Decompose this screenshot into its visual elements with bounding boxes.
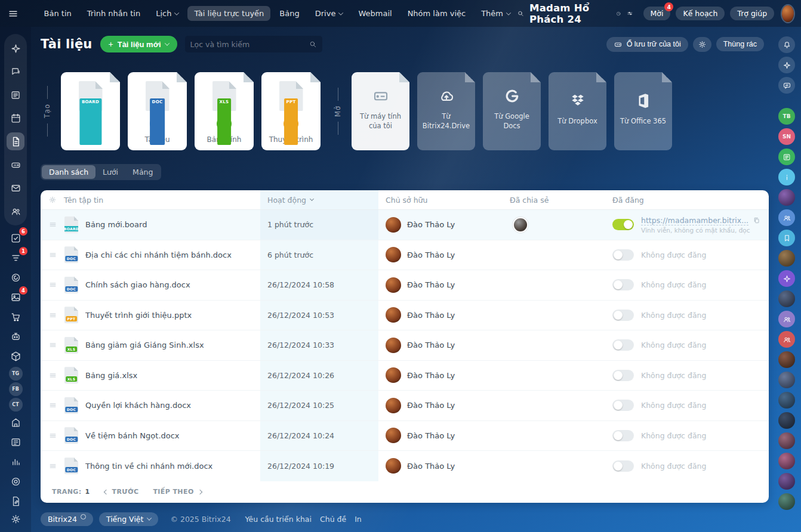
publish-toggle[interactable] xyxy=(612,400,634,411)
right-rail-chat[interactable] xyxy=(778,77,795,94)
table-row[interactable]: DOCChính sách giao hàng.docx26/12/2024 1… xyxy=(41,270,769,301)
create-card-xls[interactable]: XLS+Bảng tính xyxy=(195,72,254,150)
right-rail-bookmark[interactable] xyxy=(778,230,795,246)
sidebar-item-tasks[interactable]: 6 xyxy=(7,229,24,247)
create-card-board[interactable]: BOARD+Bảng xyxy=(61,72,120,150)
create-card-ppt[interactable]: PPT+Thuyết trình xyxy=(261,72,321,150)
filter-search-box[interactable] xyxy=(185,36,322,52)
table-row[interactable]: DOCĐịa chỉ các chi nhánh tiệm bánh.docx6… xyxy=(41,240,769,271)
nav-item-drive[interactable]: Drive xyxy=(309,6,350,21)
my-drive-button[interactable]: Ổ lưu trữ của tôi xyxy=(606,37,688,52)
right-rail-avatar[interactable] xyxy=(778,351,795,368)
publish-toggle[interactable] xyxy=(612,460,634,472)
view-tab-lưới[interactable]: Lưới xyxy=(95,165,125,179)
publish-toggle[interactable] xyxy=(612,370,634,381)
sidebar-item-copilot[interactable] xyxy=(7,39,24,57)
sidebar-item-sites[interactable]: 4 xyxy=(7,288,24,306)
nav-item-lịch[interactable]: Lịch xyxy=(149,6,185,21)
sidebar-item-ct[interactable]: CT xyxy=(9,398,23,412)
file-name[interactable]: Về tiệm bánh Ngọt.docx xyxy=(85,431,180,440)
sidebar-item-bot[interactable] xyxy=(7,327,24,345)
table-row[interactable]: DOCQuyền lợi khách hàng.docx26/12/2024 1… xyxy=(41,391,769,421)
open-card-google[interactable]: Từ Google Docs xyxy=(483,72,541,150)
table-settings-icon[interactable] xyxy=(48,196,57,204)
publish-toggle[interactable] xyxy=(612,249,634,261)
bitrix24-brand-button[interactable]: Bitrix24 xyxy=(41,512,93,526)
table-row[interactable]: XLSBảng giảm giá Giáng Sinh.xlsx26/12/20… xyxy=(41,330,769,361)
sidebar-item-planner[interactable] xyxy=(7,433,24,451)
right-rail-avatar[interactable] xyxy=(778,432,795,449)
nav-item-webmail[interactable]: Webmail xyxy=(352,6,398,21)
publish-toggle[interactable] xyxy=(612,279,634,290)
menu-toggle-icon[interactable] xyxy=(0,8,27,19)
sidebar-item-feed[interactable] xyxy=(7,86,24,104)
sidebar-item-documents[interactable] xyxy=(7,132,24,150)
sidebar-item-tg[interactable]: TG xyxy=(9,367,23,381)
new-document-button[interactable]: + Tài liệu mới xyxy=(100,36,177,52)
sidebar-item-settings[interactable] xyxy=(7,510,24,528)
search-icon[interactable] xyxy=(517,8,524,18)
owner-avatar[interactable] xyxy=(386,458,401,474)
copy-icon[interactable] xyxy=(753,216,760,224)
sidebar-item-messenger[interactable] xyxy=(7,63,24,81)
owner-avatar[interactable] xyxy=(386,247,401,262)
right-rail-bell[interactable] xyxy=(778,36,795,53)
sidebar-item-drive[interactable] xyxy=(7,156,24,174)
trash-button[interactable]: Thùng rác xyxy=(716,37,764,51)
column-header-activity[interactable]: Hoạt động xyxy=(260,190,378,209)
sidebar-item-fb[interactable]: FB xyxy=(9,382,23,396)
owner-avatar[interactable] xyxy=(386,367,401,383)
open-card-dropbox[interactable]: Từ Dropbox xyxy=(549,72,606,150)
sidebar-item-mail[interactable] xyxy=(7,179,24,197)
nav-item-nhóm-làm-việc[interactable]: Nhóm làm việc xyxy=(401,6,473,21)
right-rail-avatar[interactable] xyxy=(778,189,795,206)
owner-avatar[interactable] xyxy=(386,428,401,443)
file-name[interactable]: Thuyết trình giới thiệu.pptx xyxy=(85,311,192,320)
publish-toggle[interactable] xyxy=(612,430,634,441)
sidebar-item-target[interactable] xyxy=(7,472,24,490)
column-header-name[interactable]: Tên tập tin xyxy=(64,196,103,205)
owner-avatar[interactable] xyxy=(386,338,401,353)
footer-link-chủ-đề[interactable]: Chủ đề xyxy=(320,515,346,524)
sidebar-item-calendar[interactable] xyxy=(7,109,24,127)
right-rail-avatar[interactable] xyxy=(778,493,795,510)
column-header-owner[interactable]: Chủ sở hữu xyxy=(378,190,503,209)
public-link[interactable]: https://madamamber.bitrix... xyxy=(641,216,748,225)
prev-page-button[interactable]: TRƯỚC xyxy=(104,488,139,496)
right-rail-avatar[interactable] xyxy=(778,392,795,409)
file-name[interactable]: Quyền lợi khách hàng.docx xyxy=(85,401,191,410)
table-row[interactable]: DOCVề tiệm bánh Ngọt.docx26/12/2024 10:2… xyxy=(41,421,769,451)
footer-link-yêu-cầu-triển-khai[interactable]: Yêu cầu triển khai xyxy=(245,515,312,524)
shared-avatar[interactable] xyxy=(514,218,527,231)
owner-avatar[interactable] xyxy=(386,217,401,233)
right-rail-avatar[interactable] xyxy=(778,290,795,307)
file-name[interactable]: Chính sách giao hàng.docx xyxy=(85,280,190,289)
sidebar-item-analytics[interactable] xyxy=(7,453,24,471)
sliders-icon[interactable] xyxy=(627,9,633,18)
owner-name[interactable]: Đào Thảo Ly xyxy=(407,280,455,289)
nav-item-tài-liệu-trực-tuyến[interactable]: Tài liệu trực tuyến xyxy=(187,6,270,21)
search-input[interactable] xyxy=(190,40,309,49)
next-page-button[interactable]: TIẾP THEO xyxy=(153,488,201,496)
footer-link-in[interactable]: In xyxy=(355,515,362,524)
right-rail-workgroups[interactable] xyxy=(778,331,795,348)
owner-name[interactable]: Đào Thảo Ly xyxy=(407,371,455,380)
sidebar-item-shop[interactable] xyxy=(7,308,24,326)
table-row[interactable]: PPTThuyết trình giới thiệu.pptx26/12/202… xyxy=(41,301,769,331)
topbar-button-mời[interactable]: Mời4 xyxy=(643,7,671,20)
owner-name[interactable]: Đào Thảo Ly xyxy=(407,462,455,471)
sidebar-item-sign[interactable] xyxy=(7,492,24,510)
file-name[interactable]: Bảng mới.board xyxy=(85,220,147,229)
right-rail-avatar[interactable] xyxy=(778,372,795,388)
right-rail-avatar[interactable] xyxy=(778,412,795,429)
right-rail-copilot[interactable] xyxy=(778,270,795,287)
owner-name[interactable]: Đào Thảo Ly xyxy=(407,220,455,229)
column-header-shared[interactable]: Đã chia sẻ xyxy=(503,190,605,209)
view-tab-mảng[interactable]: Mảng xyxy=(125,165,160,179)
nav-item-trình-nhắn-tin[interactable]: Trình nhắn tin xyxy=(81,6,147,21)
file-name[interactable]: Bảng giảm giá Giáng Sinh.xlsx xyxy=(85,341,204,349)
create-card-doc[interactable]: DOC+Tài liệu xyxy=(128,72,187,150)
sidebar-item-workgroups[interactable] xyxy=(7,202,24,220)
nav-item-thêm[interactable]: Thêm xyxy=(475,6,517,21)
right-rail-copilot[interactable] xyxy=(778,57,795,73)
